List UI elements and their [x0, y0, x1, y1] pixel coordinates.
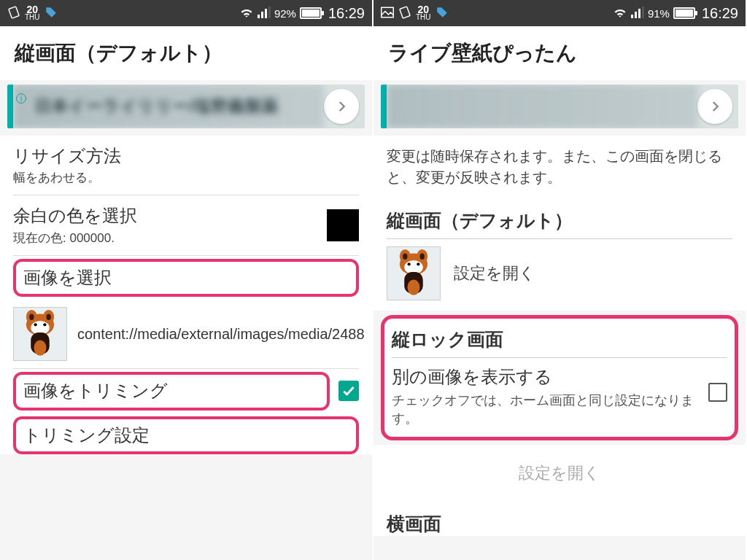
landscape-header: 横画面: [374, 502, 746, 536]
crop-checkbox[interactable]: [338, 381, 359, 401]
status-date: 20 THU: [416, 5, 431, 21]
battery-icon: [673, 7, 695, 19]
svg-point-24: [403, 253, 407, 260]
svg-rect-19: [638, 9, 640, 18]
svg-point-28: [408, 262, 411, 265]
resize-sub: 幅をあわせる。: [13, 169, 359, 186]
item-resize[interactable]: リサイズ方法 幅をあわせる。: [13, 136, 359, 195]
ad-content: 日本イーライリリー/塩野義製薬: [13, 85, 324, 128]
svg-rect-15: [382, 7, 394, 18]
selected-image-row[interactable]: content://media/external/images/media/24…: [13, 300, 359, 369]
tag-icon: [44, 6, 58, 21]
image-thumbnail: [387, 246, 441, 300]
battery-percent: 92%: [274, 7, 296, 20]
ad-accent: [381, 85, 387, 128]
lock-row[interactable]: 別の画像を表示する チェックオフでは、ホーム画面と同じ設定になります。: [392, 358, 727, 428]
lock-sub: チェックオフでは、ホーム画面と同じ設定になります。: [392, 392, 700, 428]
date-day: THU: [416, 13, 431, 21]
phone-left: 20 THU 92% 16:29 縦画面（デフォルト） i 日本イーライリリー/…: [0, 0, 374, 560]
resize-title: リサイズ方法: [13, 144, 359, 168]
svg-point-25: [420, 253, 425, 260]
status-left: 20 THU: [7, 5, 58, 21]
select-image-button[interactable]: 画像を選択: [23, 266, 349, 289]
phone-right: 20 THU 91% 16:29 ライブ壁紙ぴったん: [374, 0, 747, 560]
margin-sub: 現在の色: 000000.: [13, 230, 137, 246]
settings-list: リサイズ方法 幅をあわせる。 余白の色を選択 現在の色: 000000. 画像を…: [0, 136, 372, 454]
status-date: 20 THU: [25, 5, 40, 21]
ad-arrow-icon: [324, 89, 359, 124]
crop-settings-button[interactable]: トリミング設定: [23, 424, 349, 447]
status-bar: 20 THU 92% 16:29: [0, 0, 372, 26]
ad-text: 日本イーライリリー/塩野義製薬: [35, 96, 279, 117]
svg-point-8: [29, 314, 34, 321]
svg-rect-0: [9, 6, 19, 18]
tag-icon: [436, 6, 449, 21]
status-bar: 20 THU 91% 16:29: [374, 0, 746, 26]
battery-percent: 91%: [648, 7, 670, 20]
page-title: 縦画面（デフォルト）: [0, 26, 372, 80]
svg-point-30: [408, 280, 420, 295]
ad-banner[interactable]: [381, 85, 738, 128]
status-left: 20 THU: [381, 5, 449, 21]
portrait-section: 縦画面（デフォルト） 設定を開く: [374, 201, 746, 311]
highlight-crop-image: 画像をトリミング: [13, 372, 330, 410]
open-settings-row[interactable]: 設定を開く: [387, 239, 732, 311]
status-time: 16:29: [328, 5, 365, 22]
svg-point-9: [47, 314, 51, 321]
status-time: 16:29: [702, 5, 738, 22]
page-title: ライブ壁紙ぴったん: [374, 26, 746, 80]
status-right: 91% 16:29: [613, 5, 738, 22]
lock-title: 別の画像を表示する: [392, 365, 700, 389]
battery-icon: [300, 7, 322, 19]
rotate-icon: [398, 6, 411, 21]
ad-text: [409, 96, 543, 117]
status-right: 92% 16:29: [239, 5, 365, 22]
lock-header: 縦ロック画面: [392, 324, 727, 358]
crop-image-button[interactable]: 画像をトリミング: [23, 379, 320, 402]
open-settings-label: 設定を開く: [454, 262, 535, 284]
item-margin-color[interactable]: 余白の色を選択 現在の色: 000000.: [13, 195, 359, 255]
signal-icon: [631, 7, 644, 20]
svg-rect-17: [631, 15, 633, 18]
color-swatch: [327, 209, 359, 241]
svg-rect-16: [400, 6, 410, 18]
wifi-icon: [613, 7, 627, 20]
image-uri: content://media/external/images/media/24…: [77, 324, 365, 343]
ad-content: [387, 85, 697, 128]
highlight-select-image: 画像を選択: [13, 259, 359, 297]
wifi-icon: [239, 7, 254, 20]
margin-title: 余白の色を選択: [13, 204, 137, 228]
svg-point-12: [34, 323, 37, 326]
svg-point-13: [43, 323, 46, 326]
svg-rect-18: [635, 12, 637, 18]
portrait-header: 縦画面（デフォルト）: [387, 201, 732, 239]
lock-checkbox[interactable]: [708, 383, 727, 402]
ad-accent: [7, 85, 13, 128]
signal-icon: [258, 7, 271, 20]
svg-rect-4: [268, 7, 271, 18]
svg-rect-3: [265, 9, 267, 18]
disabled-open-settings: 設定を開く: [374, 445, 746, 502]
svg-point-14: [34, 341, 47, 356]
highlight-lock-screen: 縦ロック画面 別の画像を表示する チェックオフでは、ホーム画面と同じ設定になりま…: [381, 315, 738, 440]
help-text: 変更は随時保存されます。また、この画面を閉じると、変更が反映されます。: [374, 136, 746, 201]
image-icon: [381, 7, 394, 20]
svg-point-29: [417, 262, 419, 265]
image-thumbnail: [13, 307, 67, 361]
svg-rect-20: [642, 7, 644, 18]
date-day: THU: [25, 13, 40, 21]
ad-banner[interactable]: i 日本イーライリリー/塩野義製薬: [7, 85, 365, 128]
svg-rect-1: [258, 15, 260, 18]
ad-arrow-icon: [697, 89, 732, 124]
highlight-crop-settings: トリミング設定: [13, 416, 359, 454]
rotate-icon: [7, 6, 20, 21]
svg-rect-2: [261, 12, 263, 18]
